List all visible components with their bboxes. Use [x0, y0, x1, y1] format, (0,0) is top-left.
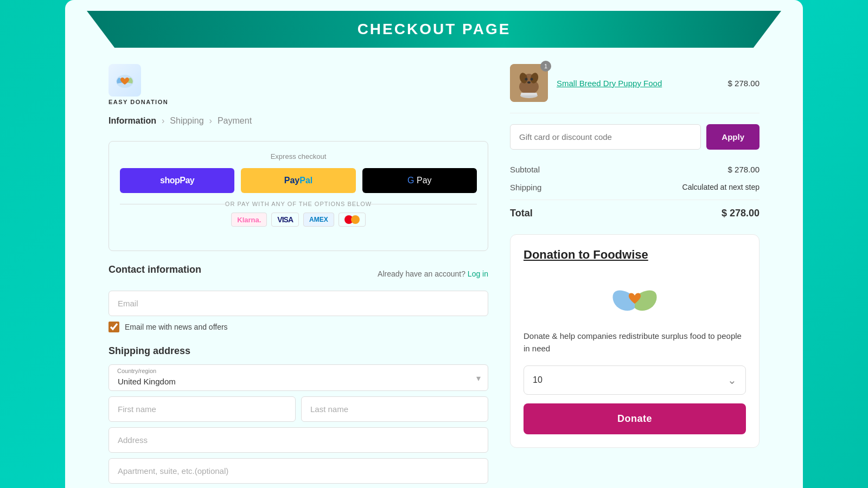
name-row [108, 396, 488, 427]
donation-amount-selector[interactable]: 10 ⌄ [524, 365, 746, 395]
svg-rect-10 [521, 93, 537, 95]
donation-card: Donation to Foodwise Donate & help compa… [510, 234, 760, 448]
donation-hands-icon [605, 273, 665, 322]
donation-description: Donate & help companies redistribute sur… [524, 330, 746, 355]
last-name-field[interactable] [301, 396, 488, 422]
newsletter-label: Email me with news and offers [125, 323, 228, 331]
address-field[interactable] [108, 427, 488, 453]
product-image-wrapper: 1 [510, 64, 548, 102]
discount-row: Apply [510, 124, 760, 150]
already-account-text: Already have an account? Log in [378, 269, 488, 278]
subtotal-value: $ 278.00 [728, 165, 760, 174]
donation-chevron-icon: ⌄ [727, 374, 737, 387]
shipping-label: Shipping [510, 183, 541, 192]
gpay-button[interactable]: G Pay [362, 168, 477, 193]
country-label: Country/region [117, 368, 156, 374]
amex-icon: AMEX [303, 213, 334, 227]
apply-button[interactable]: Apply [706, 124, 760, 150]
breadcrumb-shipping[interactable]: Shipping [170, 116, 203, 126]
breadcrumb-payment[interactable]: Payment [218, 116, 252, 126]
product-badge: 1 [540, 61, 551, 72]
logo-area: EASY DONATION [108, 64, 488, 105]
discount-input[interactable] [510, 124, 701, 150]
subtotal-label: Subtotal [510, 165, 540, 174]
donate-button[interactable]: Donate [524, 403, 746, 434]
shoppay-label: shopPay [160, 176, 194, 185]
breadcrumb-sep-1: › [162, 116, 164, 126]
newsletter-row: Email me with news and offers [108, 322, 488, 332]
logo-text: EASY DONATION [108, 99, 168, 105]
left-panel: EASY DONATION Information › Shipping › P… [108, 64, 488, 488]
product-row: 1 Small Breed Dry Puppy Food $ 278.00 [510, 64, 760, 113]
total-row: Total $ 278.00 [510, 200, 760, 223]
donation-icon-wrapper [524, 273, 746, 322]
express-label: Express checkout [120, 152, 477, 160]
paypal-button[interactable]: PayPal [241, 168, 355, 193]
country-select[interactable]: United Kingdom United States Germany Fra… [108, 364, 488, 391]
shipping-title: Shipping address [108, 345, 488, 357]
right-panel: 1 Small Breed Dry Puppy Food $ 278.00 Ap… [510, 64, 760, 488]
svg-point-8 [527, 81, 531, 84]
shipping-row: Shipping Calculated at next step [510, 178, 760, 196]
payment-icons: Klarna. VISA AMEX [120, 213, 477, 227]
or-divider: OR PAY WITH ANY OF THE OPTIONS BELOW [120, 201, 477, 207]
login-link[interactable]: Log in [468, 269, 488, 278]
svg-point-7 [531, 78, 533, 81]
apt-field[interactable] [108, 458, 488, 484]
contact-section-header: Contact information Already have an acco… [108, 264, 488, 283]
product-name[interactable]: Small Breed Dry Puppy Food [557, 79, 719, 88]
visa-icon: VISA [271, 213, 299, 227]
first-name-field[interactable] [108, 396, 296, 422]
svg-point-6 [525, 78, 528, 81]
page-title: CHECKOUT PAGE [130, 21, 738, 38]
newsletter-checkbox[interactable] [108, 322, 119, 332]
mastercard-icon [339, 213, 366, 227]
donation-amount-value: 10 [533, 375, 542, 385]
gpay-label: G Pay [407, 176, 431, 185]
totals-section: Subtotal $ 278.00 Shipping Calculated at… [510, 160, 760, 223]
total-label: Total [510, 208, 533, 219]
express-buttons: shopPay PayPal G Pay [120, 168, 477, 193]
paypal-label: PayPal [284, 176, 312, 185]
email-field[interactable] [108, 291, 488, 316]
total-value: $ 278.00 [722, 208, 760, 219]
breadcrumb: Information › Shipping › Payment [108, 116, 488, 126]
product-price: $ 278.00 [728, 79, 760, 88]
contact-title: Contact information [108, 264, 201, 275]
checkout-page: CHECKOUT PAGE EAS [65, 0, 803, 488]
subtotal-row: Subtotal $ 278.00 [510, 160, 760, 178]
klarna-icon: Klarna. [231, 213, 267, 227]
breadcrumb-information[interactable]: Information [108, 116, 156, 126]
shipping-value: Calculated at next step [682, 183, 760, 192]
logo-icon [108, 64, 141, 97]
donation-title: Donation to Foodwise [524, 248, 746, 262]
shipping-section: Shipping address Country/region United K… [108, 345, 488, 488]
country-select-wrapper: Country/region United Kingdom United Sta… [108, 364, 488, 391]
breadcrumb-sep-2: › [209, 116, 212, 126]
express-checkout-box: Express checkout shopPay PayPal G Pay OR… [108, 141, 488, 251]
shoppay-button[interactable]: shopPay [120, 168, 234, 193]
header-banner: CHECKOUT PAGE [87, 11, 781, 48]
